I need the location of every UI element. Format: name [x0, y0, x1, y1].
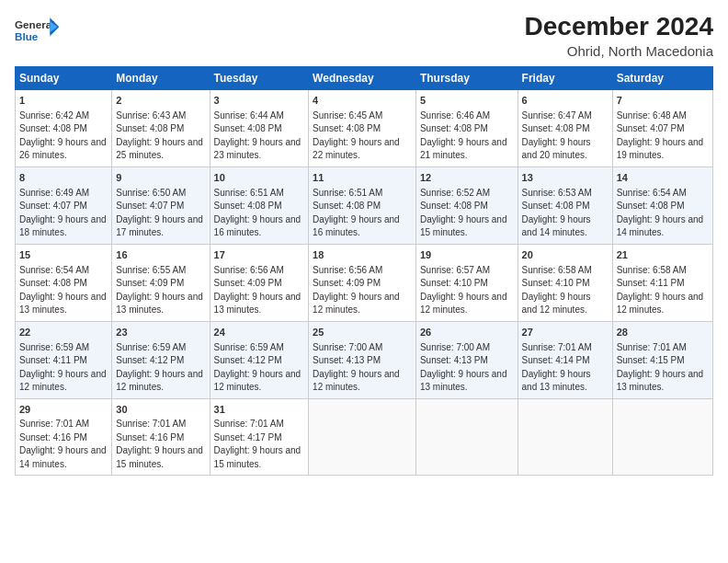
calendar-cell: 31Sunrise: 7:01 AMSunset: 4:17 PMDayligh… — [210, 398, 309, 476]
calendar-cell: 27Sunrise: 7:01 AMSunset: 4:14 PMDayligh… — [518, 321, 612, 398]
col-wednesday: Wednesday — [309, 66, 416, 89]
day-number: 21 — [617, 248, 709, 263]
calendar-cell: 2Sunrise: 6:43 AMSunset: 4:08 PMDaylight… — [112, 89, 210, 167]
sunset-text: Sunset: 4:09 PM — [116, 278, 184, 288]
sunrise-text: Sunrise: 7:01 AM — [214, 419, 284, 429]
calendar-cell: 8Sunrise: 6:49 AMSunset: 4:07 PMDaylight… — [16, 167, 112, 244]
calendar-cell: 28Sunrise: 7:01 AMSunset: 4:15 PMDayligh… — [612, 321, 712, 398]
day-number: 24 — [214, 326, 305, 340]
sunrise-text: Sunrise: 6:54 AM — [617, 188, 687, 198]
day-number: 30 — [116, 403, 205, 418]
svg-text:General: General — [15, 18, 54, 30]
daylight-text: Daylight: 9 hours and 12 minutes. — [19, 369, 107, 393]
sunrise-text: Sunrise: 6:59 AM — [214, 342, 284, 352]
sunset-text: Sunset: 4:12 PM — [116, 355, 184, 365]
daylight-text: Daylight: 9 hours and 14 minutes. — [19, 445, 107, 469]
calendar-cell: 12Sunrise: 6:52 AMSunset: 4:08 PMDayligh… — [415, 167, 518, 244]
calendar-week-1: 1Sunrise: 6:42 AMSunset: 4:08 PMDaylight… — [16, 89, 713, 167]
sunrise-text: Sunrise: 6:45 AM — [313, 110, 382, 121]
daylight-text: Daylight: 9 hours and 16 minutes. — [313, 214, 400, 238]
sunset-text: Sunset: 4:09 PM — [313, 278, 381, 288]
day-number: 15 — [19, 248, 108, 263]
day-number: 13 — [522, 171, 609, 186]
sunset-text: Sunset: 4:13 PM — [313, 355, 381, 365]
sunrise-text: Sunrise: 6:53 AM — [522, 188, 592, 198]
col-sunday: Sunday — [16, 66, 112, 89]
sunrise-text: Sunrise: 7:01 AM — [522, 342, 592, 352]
calendar-cell: 24Sunrise: 6:59 AMSunset: 4:12 PMDayligh… — [210, 321, 309, 398]
day-number: 6 — [522, 94, 609, 109]
calendar-week-4: 22Sunrise: 6:59 AMSunset: 4:11 PMDayligh… — [16, 321, 713, 398]
day-number: 4 — [313, 94, 412, 109]
calendar-cell: 19Sunrise: 6:57 AMSunset: 4:10 PMDayligh… — [415, 244, 518, 321]
daylight-text: Daylight: 9 hours and 21 minutes. — [420, 137, 507, 161]
calendar-cell: 20Sunrise: 6:58 AMSunset: 4:10 PMDayligh… — [518, 244, 612, 321]
sunrise-text: Sunrise: 6:43 AM — [116, 110, 186, 121]
sunset-text: Sunset: 4:08 PM — [522, 123, 590, 133]
sunrise-text: Sunrise: 6:46 AM — [420, 110, 490, 121]
calendar-cell: 6Sunrise: 6:47 AMSunset: 4:08 PMDaylight… — [518, 89, 612, 167]
sunrise-text: Sunrise: 7:01 AM — [19, 419, 89, 429]
daylight-text: Daylight: 9 hours and 15 minutes. — [116, 445, 203, 469]
calendar-table: Sunday Monday Tuesday Wednesday Thursday… — [15, 66, 713, 477]
col-friday: Friday — [518, 66, 612, 89]
daylight-text: Daylight: 9 hours and 19 minutes. — [617, 137, 704, 161]
sunset-text: Sunset: 4:08 PM — [214, 201, 282, 211]
calendar-cell: 17Sunrise: 6:56 AMSunset: 4:09 PMDayligh… — [210, 244, 309, 321]
day-number: 29 — [19, 403, 108, 418]
sunrise-text: Sunrise: 6:51 AM — [214, 188, 284, 198]
daylight-text: Daylight: 9 hours and 15 minutes. — [420, 214, 507, 238]
daylight-text: Daylight: 9 hours and 18 minutes. — [19, 214, 107, 238]
calendar-cell: 4Sunrise: 6:45 AMSunset: 4:08 PMDaylight… — [309, 89, 416, 167]
col-thursday: Thursday — [415, 66, 518, 89]
sunset-text: Sunset: 4:15 PM — [617, 355, 685, 365]
calendar-cell: 22Sunrise: 6:59 AMSunset: 4:11 PMDayligh… — [16, 321, 112, 398]
daylight-text: Daylight: 9 hours and 15 minutes. — [214, 445, 301, 469]
sunrise-text: Sunrise: 6:52 AM — [420, 188, 490, 198]
sunset-text: Sunset: 4:08 PM — [617, 201, 685, 211]
sunset-text: Sunset: 4:13 PM — [420, 355, 488, 365]
sunset-text: Sunset: 4:08 PM — [19, 278, 87, 288]
daylight-text: Daylight: 9 hours and 26 minutes. — [19, 137, 107, 161]
calendar-cell: 1Sunrise: 6:42 AMSunset: 4:08 PMDaylight… — [16, 89, 112, 167]
daylight-text: Daylight: 9 hours and 12 minutes. — [313, 369, 400, 393]
calendar-cell: 23Sunrise: 6:59 AMSunset: 4:12 PMDayligh… — [112, 321, 210, 398]
daylight-text: Daylight: 9 hours and 12 minutes. — [420, 292, 507, 316]
calendar-cell: 11Sunrise: 6:51 AMSunset: 4:08 PMDayligh… — [309, 167, 416, 244]
day-number: 7 — [617, 94, 709, 109]
sunset-text: Sunset: 4:11 PM — [617, 278, 685, 288]
daylight-text: Daylight: 9 hours and 12 minutes. — [313, 292, 400, 316]
calendar-cell: 15Sunrise: 6:54 AMSunset: 4:08 PMDayligh… — [16, 244, 112, 321]
sunrise-text: Sunrise: 6:49 AM — [19, 188, 89, 198]
calendar-cell — [309, 398, 416, 476]
header-row: General Blue December 2024 Ohrid, North … — [15, 13, 713, 59]
sunrise-text: Sunrise: 6:42 AM — [19, 110, 89, 121]
daylight-text: Daylight: 9 hours and 17 minutes. — [116, 214, 203, 238]
calendar-cell: 18Sunrise: 6:56 AMSunset: 4:09 PMDayligh… — [309, 244, 416, 321]
daylight-text: Daylight: 9 hours and 25 minutes. — [116, 137, 203, 161]
col-tuesday: Tuesday — [210, 66, 309, 89]
calendar-cell: 29Sunrise: 7:01 AMSunset: 4:16 PMDayligh… — [16, 398, 112, 476]
day-number: 22 — [19, 326, 108, 340]
day-number: 31 — [214, 403, 305, 418]
sunrise-text: Sunrise: 6:58 AM — [617, 265, 687, 275]
header-row-days: Sunday Monday Tuesday Wednesday Thursday… — [16, 66, 713, 89]
daylight-text: Daylight: 9 hours and 12 minutes. — [617, 292, 704, 316]
sunset-text: Sunset: 4:08 PM — [116, 123, 184, 133]
day-number: 26 — [420, 326, 514, 340]
calendar-cell: 10Sunrise: 6:51 AMSunset: 4:08 PMDayligh… — [210, 167, 309, 244]
day-number: 1 — [19, 94, 108, 109]
sunrise-text: Sunrise: 6:59 AM — [116, 342, 186, 352]
daylight-text: Daylight: 9 hours and 13 minutes. — [617, 369, 704, 393]
day-number: 23 — [116, 326, 205, 340]
daylight-text: Daylight: 9 hours and 12 minutes. — [522, 292, 591, 316]
sunrise-text: Sunrise: 6:57 AM — [420, 265, 490, 275]
day-number: 27 — [522, 326, 609, 340]
sunrise-text: Sunrise: 6:58 AM — [522, 265, 592, 275]
sunset-text: Sunset: 4:08 PM — [313, 201, 381, 211]
calendar-cell: 13Sunrise: 6:53 AMSunset: 4:08 PMDayligh… — [518, 167, 612, 244]
sunset-text: Sunset: 4:08 PM — [522, 201, 590, 211]
sunset-text: Sunset: 4:14 PM — [522, 355, 590, 365]
sunrise-text: Sunrise: 7:00 AM — [420, 342, 490, 352]
calendar-cell: 21Sunrise: 6:58 AMSunset: 4:11 PMDayligh… — [612, 244, 712, 321]
